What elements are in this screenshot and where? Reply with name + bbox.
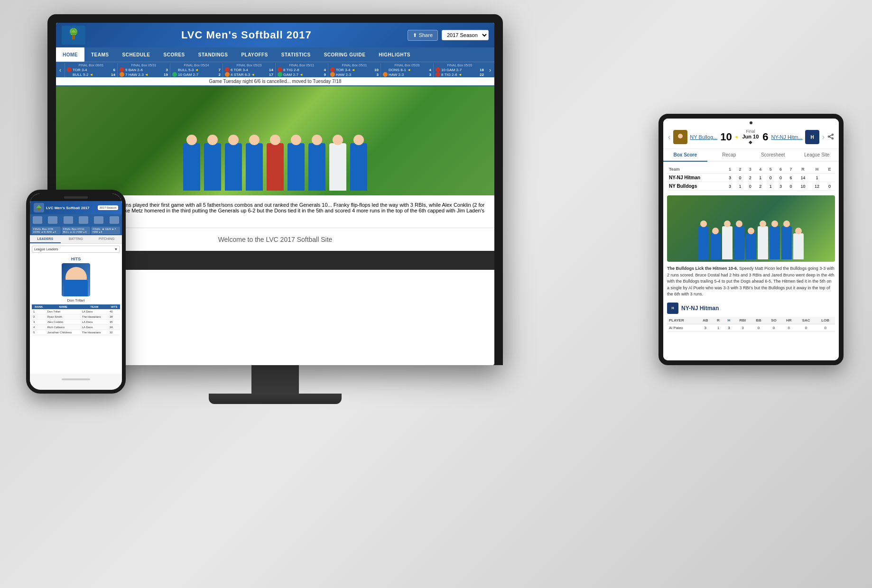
player-1 [183, 143, 200, 191]
score-col-6: 6 [776, 165, 786, 174]
ticker-game-2-team1: 9 BAN 2-6 3 [120, 67, 168, 72]
nav-playoffs[interactable]: PLAYOFFS [234, 47, 274, 62]
stats-col-r: R [713, 317, 724, 324]
player-8 [329, 143, 346, 191]
tablet-team-badge: H [667, 303, 678, 314]
team1-icon-8 [436, 67, 440, 72]
tablet-team2-name: NY-NJ Hitm... [771, 134, 802, 140]
ticker-game-8-label: FINAL Box 05/20 [436, 64, 484, 67]
team2-icon-6 [330, 72, 335, 77]
tablet-person-1 [698, 226, 709, 259]
tablet-next-arrow[interactable]: › [822, 133, 825, 141]
tablet-share[interactable] [827, 133, 834, 141]
player-3 [225, 143, 242, 191]
phone-nav-icon-1[interactable] [33, 216, 42, 224]
phone-tab-leaders[interactable]: LEADERS [30, 235, 61, 243]
tablet-team1-score: 10 [720, 131, 732, 143]
tablet-team1-icon [673, 130, 687, 144]
ticker-game-8-team2: 8 TIG 2-6 ◄ 22 [436, 72, 484, 77]
team1-icon-5 [278, 67, 282, 72]
tablet-tab-recap[interactable]: Recap [707, 149, 751, 161]
svg-rect-1 [72, 35, 75, 39]
nav-highlights[interactable]: HIGHLIGHTS [372, 47, 417, 62]
team1-icon [67, 67, 72, 72]
stats-col-player: PLAYER [667, 317, 698, 324]
score-col-7: 7 [786, 165, 796, 174]
ticker-game-7: FINAL Box 05/20 DONS 8-1 ◄ 4 HAW 2-3 [380, 63, 433, 77]
phone-player-photo [62, 263, 90, 296]
player-9 [350, 143, 367, 191]
ticker-next[interactable]: › [486, 67, 494, 74]
ticker-game-3-team1: BULL 5-3 ◄ 7 [172, 67, 221, 72]
phone-tab-pitching[interactable]: PITCHING [91, 235, 122, 243]
stats-col-rbi: RBI [734, 317, 751, 324]
ticker-game-7-team1: DONS 8-1 ◄ 4 [383, 67, 431, 72]
phone-nav-icon-5[interactable] [94, 216, 103, 224]
ticker-prev[interactable]: ‹ [56, 67, 65, 74]
phone-logo [34, 203, 44, 212]
phone: LVC Men's Softball 2017 2017 Season FINA… [26, 190, 126, 394]
ticker-game-6-team1: TOR 3-4 ◄ 10 [330, 67, 379, 72]
hero-image [56, 86, 494, 195]
tablet-diamond-icon: ◆ [742, 139, 760, 145]
nav-teams[interactable]: TEAMS [84, 47, 116, 62]
phone-nav-icon-3[interactable] [64, 216, 73, 224]
score-row-bulldogs: NY Bulldogs 3 1 0 2 1 3 0 10 12 0 [667, 182, 835, 191]
svg-line-14 [829, 137, 833, 138]
tablet-prev-arrow[interactable]: ‹ [668, 133, 670, 141]
phone-nav-icon-2[interactable] [48, 216, 57, 224]
stats-col-sac: SAC [797, 317, 816, 324]
season-select[interactable]: 2017 Season [442, 30, 489, 40]
phone-ticker-3: FINAL ◄ GEN ● 7HAW ● 9 [91, 227, 120, 234]
tablet-team2: NY-NJ Hitm... H [771, 130, 819, 144]
svg-text:H: H [810, 135, 814, 140]
tablet-team-header: H NY-NJ Hitman [667, 303, 835, 314]
tablet-person-3 [722, 226, 733, 259]
phone-nav-icon-4[interactable] [79, 216, 88, 224]
tablet-final-label: Final [742, 129, 760, 134]
tablet-tab-leaguesite[interactable]: League Site [795, 149, 839, 161]
ticker-game-4-team1: 6 TOR 3-4 14 [225, 67, 273, 72]
phone-tabs: LEADERS BATTING PITCHING [30, 235, 122, 244]
scores-ticker: ‹ FINAL Box 06/01 TOR 3-4 6 [56, 62, 494, 86]
nav-standings[interactable]: STANDINGS [192, 47, 235, 62]
ticker-game-1-team1: TOR 3-4 6 [67, 67, 115, 72]
ticker-game-7-label: FINAL Box 05/20 [383, 64, 431, 67]
player-4 [246, 143, 263, 191]
phone-ticker-1: FINAL Box 07/6DONS ◄ 8 | BAN ● 4 [32, 227, 61, 234]
tablet-recap-text: The Bulldogs Lick the Hitmen 10-6. Speed… [667, 266, 835, 298]
phone-tab-batting[interactable]: BATTING [61, 235, 92, 243]
nav-home[interactable]: HOME [56, 47, 84, 62]
ticker-game-6-team2: HAW 2-3 3 [330, 72, 379, 77]
phone-header: LVC Men's Softball 2017 2017 Season [30, 201, 122, 214]
tablet-tab-scoresheet[interactable]: Scoresheet [751, 149, 795, 161]
ticker-game-4: FINAL Box 05/23 6 TOR 3-4 14 4 STAR 6-3 [223, 63, 275, 77]
tablet-tab-boxscore[interactable]: Box Score [663, 149, 707, 162]
ticker-notice: Game Tuesday night 6/6 is cancelled... m… [56, 77, 494, 85]
team2-icon-5 [278, 72, 282, 77]
nav-scores[interactable]: SCORES [157, 47, 192, 62]
phone-stats-header-rank: RANK [32, 304, 46, 309]
tablet-scoreboard-table: Team 1 2 3 4 5 6 7 R H E [667, 165, 835, 191]
phone-stats-row-3: 3Alex ConklinLA Dons35 [32, 320, 120, 325]
nav-schedule[interactable]: SCHEDULE [116, 47, 157, 62]
phone-ticker: FINAL Box 07/6DONS ◄ 8 | BAN ● 4 FINAL B… [30, 226, 122, 235]
tablet-nav-tabs: Box Score Recap Scoresheet League Site [663, 149, 839, 162]
team1-icon-2 [120, 67, 124, 72]
stats-col-hr: HR [781, 317, 797, 324]
nav-scoring-guide[interactable]: SCORING GUIDE [317, 47, 372, 62]
score-col-5: 5 [765, 165, 775, 174]
phone-nav-icon-6[interactable] [110, 216, 119, 224]
score-col-h: H [810, 165, 824, 174]
tablet-winner-arrow: ◄ [734, 134, 739, 139]
phone-stats-table: RANK NAME TEAM HITS 1Don TrifariLA Dons4… [32, 304, 120, 335]
share-button[interactable]: ⬆ Share [408, 30, 438, 41]
phone-ticker-2: FINAL Box 07/11BULL ◄ 11 | HAW ● 6 [62, 227, 91, 234]
tablet-person-5 [746, 233, 756, 259]
monitor-stand-neck [251, 365, 299, 394]
phone-stats-row-5: 5Jonathan ChildressThe Hawaiians32 [32, 330, 120, 335]
ticker-game-1-team2: BULL 5-2 ◄ 14 [67, 72, 115, 77]
tablet-game-info: Final Jun 10 ◆ [742, 129, 760, 145]
phone-dropdown[interactable]: League Leaders ▼ [32, 246, 120, 253]
nav-statistics[interactable]: STATISTICS [275, 47, 317, 62]
